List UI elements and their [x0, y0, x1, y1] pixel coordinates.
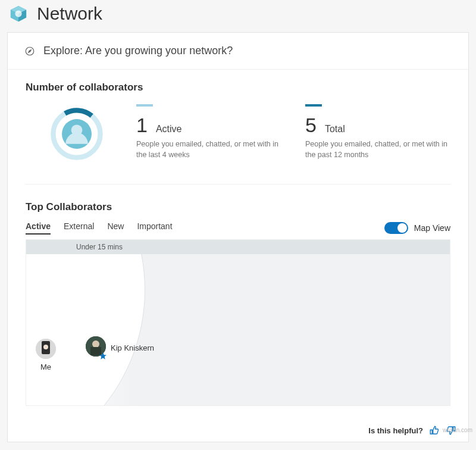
collaborators-section-title: Number of collaborators [26, 82, 450, 93]
active-stat-bar-icon [136, 104, 153, 107]
total-label: Total [325, 124, 345, 135]
tab-active[interactable]: Active [26, 221, 51, 235]
top-collaborators-section: Top Collaborators Active External New Im… [8, 201, 468, 418]
star-icon [99, 352, 107, 360]
tab-new[interactable]: New [107, 221, 124, 235]
thumbs-up-icon[interactable] [429, 425, 440, 436]
map-view-label: Map View [414, 223, 450, 233]
total-description: People you emailed, chatted, or met with… [305, 139, 450, 160]
top-collaborators-title: Top Collaborators [26, 201, 450, 213]
explore-prompt: Explore: Are you growing your network? [43, 45, 233, 57]
total-collaborators-stat: 5 Total People you emailed, chatted, or … [305, 104, 450, 160]
map-band-label: Under 15 mins [26, 240, 450, 254]
feedback-row: Is this helpful? [8, 418, 468, 442]
map-node-me-label: Me [40, 362, 51, 371]
collaborator-donut-chart [47, 104, 112, 170]
collaborator-stats-section: Number of collaborators 1 Active People … [8, 70, 468, 201]
total-count: 5 [305, 114, 317, 137]
svg-point-15 [92, 340, 99, 348]
map-node-collaborator[interactable]: Kip Kniskern [86, 336, 154, 359]
explore-row[interactable]: Explore: Are you growing your network? [8, 33, 468, 70]
active-count: 1 [136, 114, 148, 137]
svg-point-4 [15, 10, 21, 17]
page-title: Network [37, 4, 102, 24]
tab-external[interactable]: External [64, 221, 94, 235]
svg-marker-6 [29, 49, 32, 52]
collaborator-name: Kip Kniskern [111, 343, 154, 352]
total-stat-bar-icon [305, 104, 322, 107]
active-label: Active [156, 124, 182, 135]
attribution-watermark: wsxdn.com [443, 427, 472, 433]
network-logo-icon [10, 5, 27, 23]
active-description: People you emailed, chatted, or met with… [136, 139, 281, 160]
map-node-me[interactable]: Me [36, 339, 56, 371]
collaborator-map-panel: Under 15 mins Me [26, 239, 450, 406]
svg-marker-17 [99, 352, 107, 360]
map-view-toggle[interactable] [384, 222, 408, 234]
feedback-prompt: Is this helpful? [368, 426, 423, 435]
avatar-me [36, 339, 56, 359]
svg-point-13 [43, 345, 48, 349]
tab-important[interactable]: Important [137, 221, 172, 235]
compass-icon [24, 46, 35, 57]
tc-tabs: Active External New Important [26, 221, 173, 235]
active-collaborators-stat: 1 Active People you emailed, chatted, or… [136, 104, 281, 160]
map-arc-divider [26, 254, 145, 405]
main-card: Explore: Are you growing your network? N… [7, 32, 469, 442]
